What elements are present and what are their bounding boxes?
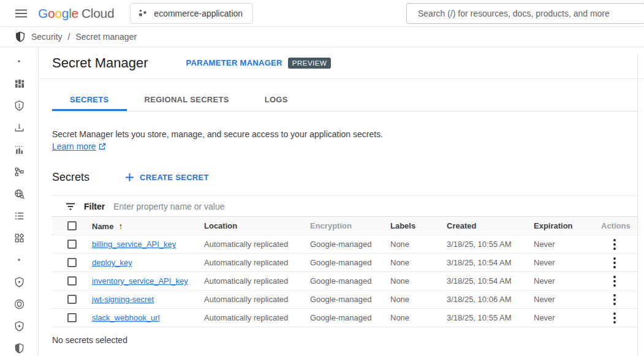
sidebar-item-shield-alert[interactable] (0, 94, 38, 116)
secret-name-link[interactable]: billing_service_API_key (92, 240, 176, 249)
sidebar-item-globe-search[interactable] (0, 183, 38, 205)
secret-name-link[interactable]: slack_webhook_url (92, 313, 160, 322)
search-input[interactable] (418, 9, 637, 18)
row-actions-button[interactable] (607, 274, 622, 289)
row-actions-button[interactable] (607, 256, 622, 270)
dashboard-icon (13, 78, 25, 89)
project-icon (138, 9, 148, 18)
sidebar-item-dot-2[interactable] (0, 249, 38, 271)
encryption-cell: Google-managed (310, 258, 390, 267)
parameter-manager-link[interactable]: PARAMETER MANAGER (186, 58, 282, 67)
table-row: slack_webhook_url Automatically replicat… (52, 309, 639, 327)
created-cell: 3/18/25, 10:55 AM (447, 240, 534, 249)
column-header-labels[interactable]: Labels (390, 221, 447, 230)
encryption-cell: Google-managed (310, 313, 390, 322)
sidebar-item-network-topology[interactable] (0, 161, 38, 183)
row-checkbox[interactable] (67, 276, 77, 286)
filter-input[interactable] (113, 202, 639, 211)
tab-regional-secrets[interactable]: REGIONAL SECRETS (127, 89, 247, 111)
google-cloud-logo[interactable]: Google Cloud (38, 6, 114, 21)
filter-bar[interactable]: Filter (52, 195, 639, 217)
create-secret-button[interactable]: CREATE SECRET (119, 169, 215, 186)
secrets-table: Filter Name↑ Location Encryption Labels … (52, 195, 639, 327)
globe-search-icon (13, 188, 25, 200)
labels-cell: None (390, 313, 447, 322)
hamburger-icon (15, 9, 27, 18)
project-selector[interactable]: ecommerce-application (130, 3, 253, 24)
table-body: billing_service_API_key Automatically re… (52, 235, 639, 327)
location-cell: Automatically replicated (204, 313, 310, 322)
created-cell: 3/18/25, 10:54 AM (447, 258, 534, 267)
column-header-name[interactable]: Name↑ (92, 221, 204, 231)
row-actions-button[interactable] (607, 311, 622, 325)
sidebar-item-shield-dot[interactable] (0, 271, 38, 293)
breadcrumb-section[interactable]: Security (31, 32, 63, 42)
secret-name-link[interactable]: deploy_key (92, 258, 132, 267)
expiration-cell: Never (534, 240, 601, 249)
column-header-expiration[interactable]: Expiration (534, 221, 601, 230)
sidebar-item-shield-plus[interactable] (0, 315, 38, 337)
shield-dot-icon (13, 276, 25, 288)
external-link-icon (99, 143, 106, 150)
sidebar-item-dot-1[interactable] (0, 50, 38, 72)
page-title: Secret Manager (52, 55, 148, 71)
sidebar-item-bar-chart[interactable] (0, 138, 38, 161)
tab-logs[interactable]: LOGS (247, 89, 306, 111)
location-cell: Automatically replicated (204, 240, 310, 249)
network-topology-icon (13, 166, 25, 178)
logo-letter: o (55, 6, 61, 20)
column-header-actions: Actions (601, 221, 639, 230)
filter-icon (66, 202, 75, 211)
more-vert-icon (613, 294, 616, 305)
logo-letter: G (38, 6, 48, 20)
plus-icon (125, 173, 134, 182)
learn-more-label: Learn more (52, 140, 96, 153)
description-text: Secret Manager lets you store, manage, a… (52, 128, 644, 140)
sidebar-item-extensions[interactable] (0, 227, 38, 249)
column-header-location[interactable]: Location (204, 221, 310, 230)
secret-name-link[interactable]: inventory_service_API_key (92, 276, 188, 286)
breadcrumb: Security / Secret manager (0, 27, 644, 47)
labels-cell: None (390, 295, 447, 304)
location-cell: Automatically replicated (204, 258, 310, 267)
inbox-tray-icon (13, 122, 25, 134)
page-header: Secret Manager PARAMETER MANAGER PREVIEW (39, 47, 644, 79)
tab-secrets[interactable]: SECRETS (52, 89, 127, 111)
menu-button[interactable] (9, 1, 33, 26)
logo-cloud-text: Cloud (81, 6, 114, 21)
secret-name-link[interactable]: jwt-signing-secret (92, 295, 154, 304)
create-secret-label: CREATE SECRET (140, 173, 209, 182)
sidebar-item-list[interactable] (0, 205, 38, 227)
expiration-cell: Never (534, 258, 601, 267)
sidebar-item-inbox-tray[interactable] (0, 116, 38, 138)
logo-letter: e (72, 6, 78, 20)
table-row: jwt-signing-secret Automatically replica… (52, 290, 639, 309)
encryption-cell: Google-managed (310, 295, 390, 304)
project-name: ecommerce-application (154, 9, 243, 18)
bar-chart-icon (13, 144, 25, 156)
main-content: Secret Manager PARAMETER MANAGER PREVIEW… (39, 47, 644, 355)
dot-icon (13, 55, 25, 67)
security-shield-icon (15, 31, 26, 43)
search-bar[interactable] (406, 3, 644, 24)
row-actions-button[interactable] (607, 237, 622, 252)
extensions-icon (13, 232, 25, 244)
sidebar-item-shield-half[interactable] (0, 337, 38, 356)
created-cell: 3/18/25, 10:06 AM (447, 295, 534, 304)
left-nav (0, 47, 39, 355)
created-cell: 3/18/25, 10:55 AM (447, 313, 534, 322)
row-checkbox[interactable] (67, 295, 77, 304)
sidebar-item-compliance[interactable] (0, 293, 38, 315)
learn-more-link[interactable]: Learn more (52, 140, 106, 153)
table-row: deploy_key Automatically replicated Goog… (52, 254, 639, 272)
more-vert-icon (613, 276, 616, 287)
row-checkbox[interactable] (67, 240, 77, 249)
select-all-checkbox[interactable] (67, 221, 77, 230)
row-checkbox[interactable] (67, 258, 77, 267)
row-checkbox[interactable] (67, 313, 77, 322)
column-header-created[interactable]: Created (447, 221, 534, 230)
selection-status: No secrets selected (52, 335, 644, 345)
row-actions-button[interactable] (607, 292, 622, 307)
sidebar-item-dashboard[interactable] (0, 72, 38, 94)
secrets-section-header: Secrets CREATE SECRET (52, 169, 644, 186)
